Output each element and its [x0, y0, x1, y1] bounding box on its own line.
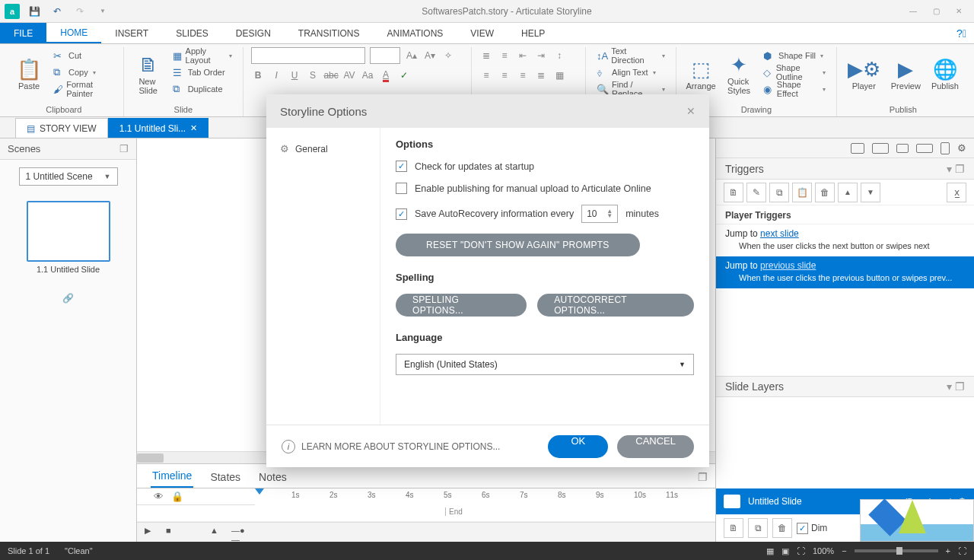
check-updates-option[interactable]: ✓Check for updates at startup [396, 161, 694, 172]
trigger-link[interactable]: previous slide [760, 260, 816, 271]
move-up-button[interactable]: ▲ [838, 183, 858, 202]
slide-thumbnail[interactable] [27, 201, 110, 262]
shape-fill-button[interactable]: ⬢Shape Fill▾ [760, 47, 829, 64]
view-grid-icon[interactable]: ▦ [766, 546, 774, 556]
zoom-fit-icon[interactable]: ⛶ [958, 546, 966, 555]
paste-trigger-button[interactable]: 📋 [792, 183, 812, 202]
end-marker[interactable]: End [445, 508, 463, 516]
preview-button[interactable]: ▶Preview [888, 47, 924, 100]
qat-save-icon[interactable]: 💾 [26, 3, 43, 20]
play-icon[interactable]: ▶ [145, 526, 158, 539]
maximize-button[interactable]: ▢ [925, 4, 947, 19]
publish-button[interactable]: 🌐Publish [928, 47, 962, 100]
shape-effect-button[interactable]: ◉Shape Effect▾ [760, 81, 829, 97]
align-left-icon[interactable]: ≡ [479, 68, 493, 82]
visibility-icon[interactable]: 👁 [154, 491, 164, 502]
copy-button[interactable]: ⧉Copy▾ [50, 64, 116, 81]
spellcheck-icon[interactable]: ✓ [397, 68, 411, 82]
paste-button[interactable]: 📋Paste [12, 47, 46, 100]
align-text-button[interactable]: ⎀Align Text▾ [594, 64, 668, 81]
lock-icon[interactable]: 🔒 [171, 491, 183, 502]
shrink-font-icon[interactable]: A▾ [423, 49, 437, 62]
trigger-link[interactable]: next slide [760, 228, 799, 239]
stop-icon[interactable]: ■ [166, 526, 180, 539]
move-down-button[interactable]: ▼ [861, 183, 880, 202]
tab-slides[interactable]: SLIDES [162, 23, 222, 43]
qat-redo-icon[interactable]: ↷ [72, 3, 88, 20]
tab-animations[interactable]: ANIMATIONS [374, 23, 457, 43]
scene-selector[interactable]: 1 Untitled Scene▼ [19, 167, 118, 186]
font-size-combo[interactable] [370, 47, 400, 64]
justify-icon[interactable]: ≣ [534, 68, 548, 82]
device-laptop-icon[interactable] [872, 143, 889, 154]
link-icon[interactable]: 🔗 [0, 293, 136, 304]
tab-view[interactable]: VIEW [457, 23, 508, 43]
autorecovery-option[interactable]: ✓Save AutoRecovery information every 10▲… [396, 205, 694, 223]
delete-layer-button[interactable]: 🗑 [772, 518, 792, 538]
nav-general[interactable]: ⚙General [266, 138, 380, 159]
increase-indent-icon[interactable]: ⇥ [534, 49, 548, 62]
tab-file[interactable]: FILE [0, 23, 46, 43]
decrease-indent-icon[interactable]: ⇤ [516, 49, 530, 62]
device-phone-icon[interactable] [941, 142, 950, 154]
tab-slide[interactable]: 1.1 Untitled Sli...✕ [108, 118, 208, 138]
language-select[interactable]: English (United States)▼ [396, 354, 694, 375]
tab-notes[interactable]: Notes [257, 466, 288, 488]
ok-button[interactable]: OK [548, 435, 608, 458]
spelling-options-button[interactable]: SPELLING OPTIONS... [396, 294, 527, 317]
zoom-out-icon[interactable]: ▲ [210, 526, 224, 539]
playhead-icon[interactable] [255, 488, 264, 499]
tab-timeline[interactable]: Timeline [151, 465, 193, 488]
view-normal-icon[interactable]: ▣ [781, 546, 789, 556]
new-slide-button[interactable]: 🗎New Slide [132, 47, 165, 100]
variables-button[interactable]: x̲ [947, 183, 966, 202]
trigger-item-selected[interactable]: Jump to previous slide When the user cli… [716, 256, 974, 288]
clear-format-icon[interactable]: ✧ [441, 49, 455, 62]
zoom-out-icon[interactable]: − [842, 546, 846, 555]
copy-trigger-button[interactable]: ⧉ [769, 183, 789, 202]
timeline-ruler[interactable]: 1s2s 3s4s 5s6s 7s8s 9s10s 11s [255, 488, 715, 505]
arrange-button[interactable]: ⬚Arrange [684, 47, 718, 100]
device-wide-icon[interactable] [916, 144, 933, 153]
shape-outline-button[interactable]: ◇Shape Outline▾ [760, 64, 829, 81]
new-trigger-button[interactable]: 🗎 [724, 183, 743, 202]
font-combo[interactable] [251, 47, 365, 64]
quick-styles-button[interactable]: ✦Quick Styles [722, 47, 756, 100]
italic-icon[interactable]: I [269, 68, 283, 82]
qat-customize-icon[interactable]: ▼ [94, 3, 111, 20]
cut-button[interactable]: ✂Cut [50, 47, 116, 64]
align-right-icon[interactable]: ≡ [516, 68, 530, 82]
format-painter-button[interactable]: 🖌Format Painter [50, 81, 116, 97]
bullets-icon[interactable]: ≣ [479, 49, 493, 62]
close-button[interactable]: ✕ [948, 4, 969, 19]
close-icon[interactable]: ✕ [190, 123, 197, 133]
tab-states[interactable]: States [208, 466, 242, 488]
view-fit-icon[interactable]: ⛶ [797, 546, 805, 555]
underline-icon[interactable]: U [288, 68, 301, 82]
shadow-icon[interactable]: S [306, 68, 320, 82]
zoom-slider[interactable] [855, 549, 938, 552]
bold-icon[interactable]: B [251, 68, 265, 82]
device-desktop-icon[interactable] [851, 143, 864, 154]
tab-insert[interactable]: INSERT [101, 23, 162, 43]
trigger-item[interactable]: Jump to next slide When the user clicks … [716, 224, 974, 256]
device-tablet-landscape-icon[interactable] [896, 144, 909, 153]
tab-story-view[interactable]: ▤STORY VIEW [15, 118, 108, 138]
numbering-icon[interactable]: ≡ [498, 49, 511, 62]
new-layer-button[interactable]: 🗎 [724, 518, 743, 538]
tab-help[interactable]: HELP [508, 23, 559, 43]
duplicate-layer-button[interactable]: ⧉ [748, 518, 768, 538]
panel-restore-icon[interactable]: ❐ [690, 466, 715, 488]
dialog-close-icon[interactable]: ✕ [686, 105, 695, 117]
zoom-slider-icon[interactable]: —●— [231, 526, 245, 539]
font-color-icon[interactable]: A [379, 68, 393, 82]
apply-layout-button[interactable]: ▦Apply Layout▾ [170, 47, 235, 64]
edit-trigger-button[interactable]: ✎ [746, 183, 766, 202]
reset-prompts-button[interactable]: RESET "DON'T SHOW AGAIN" PROMPTS [396, 234, 640, 256]
restore-icon[interactable]: ❐ [119, 143, 129, 154]
tab-home[interactable]: HOME [46, 23, 101, 43]
align-center-icon[interactable]: ≡ [498, 68, 511, 82]
zoom-in-icon[interactable]: + [946, 546, 950, 555]
line-spacing-icon[interactable]: ↕ [552, 49, 566, 62]
publish-online-option[interactable]: Enable publishing for manual upload to A… [396, 183, 694, 194]
